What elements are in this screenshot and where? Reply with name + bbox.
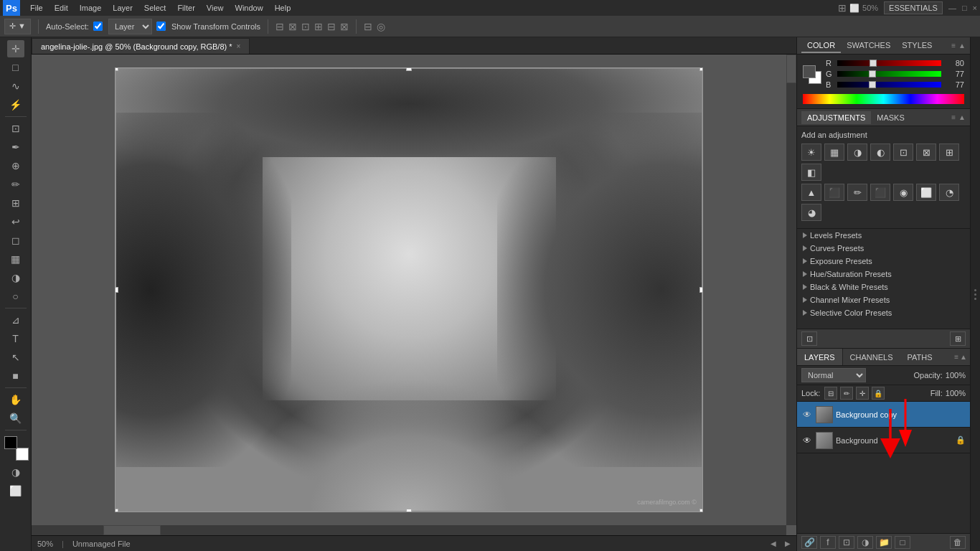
- adj-bottom-settings-btn[interactable]: ⊞: [950, 331, 966, 346]
- clone-stamp-tool[interactable]: ⊞: [7, 194, 24, 212]
- menu-file[interactable]: File: [24, 2, 49, 14]
- bw-adj-btn[interactable]: ◧: [801, 164, 821, 181]
- panel-menu-btn[interactable]: ≡: [951, 42, 956, 50]
- vibrance-adj-btn[interactable]: ⊡: [893, 143, 913, 161]
- lock-all-btn[interactable]: 🔒: [872, 387, 885, 400]
- layers-menu-btn[interactable]: ≡: [954, 353, 958, 361]
- tab-close-btn[interactable]: ×: [237, 42, 241, 50]
- fg-color-swatch[interactable]: [803, 65, 816, 78]
- layer-item-background[interactable]: 👁 Background 🔒: [797, 428, 970, 453]
- essentials-button[interactable]: ESSENTIALS: [884, 1, 943, 14]
- delete-layer-btn[interactable]: 🗑: [950, 536, 966, 549]
- scroll-left-btn[interactable]: ◀: [771, 540, 776, 547]
- transform-handle-tm[interactable]: [406, 67, 412, 71]
- move-tool[interactable]: ✛: [7, 40, 24, 57]
- preset-bw[interactable]: Black & White Presets: [797, 281, 970, 293]
- tab-adjustments[interactable]: ADJUSTMENTS: [801, 111, 871, 124]
- bridge-icon[interactable]: ⊞: [838, 2, 847, 14]
- marquee-tool[interactable]: □: [7, 59, 24, 76]
- hue-sat-adj-btn[interactable]: ⊠: [916, 143, 936, 161]
- g-slider-thumb[interactable]: [869, 70, 876, 77]
- minimize-btn[interactable]: —: [948, 4, 956, 12]
- dodge-tool[interactable]: ○: [7, 288, 24, 305]
- menu-image[interactable]: Image: [74, 2, 108, 14]
- heal-tool[interactable]: ⊕: [7, 157, 24, 174]
- add-mask-btn[interactable]: ⊡: [839, 536, 854, 549]
- horizontal-scrollbar[interactable]: [32, 525, 786, 535]
- preset-levels[interactable]: Levels Presets: [797, 229, 970, 242]
- align-center-h-icon[interactable]: ⊠: [288, 21, 297, 32]
- screen-mode-btn[interactable]: ⬜: [7, 482, 24, 499]
- new-layer-btn[interactable]: □: [895, 536, 910, 549]
- align-bottom-icon[interactable]: ⊠: [340, 21, 349, 32]
- menu-select[interactable]: Select: [138, 2, 172, 14]
- transform-handle-br[interactable]: [699, 509, 703, 512]
- add-style-btn[interactable]: f: [820, 536, 836, 549]
- hand-tool[interactable]: ✋: [7, 391, 24, 408]
- lock-position-btn[interactable]: ✛: [856, 387, 869, 400]
- menu-edit[interactable]: Edit: [49, 2, 74, 14]
- blend-mode-select[interactable]: Normal Multiply Screen: [801, 368, 866, 382]
- adj-bottom-view-btn[interactable]: ⊡: [801, 331, 817, 346]
- b-slider-track[interactable]: [837, 82, 941, 88]
- posterize-adj-btn[interactable]: ◉: [893, 184, 913, 201]
- menu-view[interactable]: View: [201, 2, 230, 14]
- tab-paths[interactable]: PATHS: [900, 349, 940, 365]
- menu-layer[interactable]: Layer: [107, 2, 138, 14]
- g-slider-track[interactable]: [837, 71, 941, 77]
- exposure-adj-btn[interactable]: ◐: [870, 143, 890, 161]
- curves-adj-btn[interactable]: ◑: [847, 143, 867, 161]
- threshold-adj-btn[interactable]: ⬜: [916, 184, 936, 201]
- align-left-icon[interactable]: ⊟: [275, 21, 284, 32]
- shape-tool[interactable]: ■: [7, 367, 24, 385]
- r-slider-thumb[interactable]: [870, 60, 877, 67]
- distribute-icon[interactable]: ⊟: [364, 21, 372, 32]
- lock-transparent-btn[interactable]: ⊟: [824, 387, 837, 400]
- lock-image-btn[interactable]: ✏: [840, 387, 853, 400]
- path-select-tool[interactable]: ↖: [7, 349, 24, 366]
- color-boxes[interactable]: [4, 436, 27, 459]
- brightness-adj-btn[interactable]: ☀: [801, 143, 821, 161]
- transform-handle-tl[interactable]: [115, 67, 118, 71]
- layer-eye-background-copy[interactable]: 👁: [801, 410, 813, 420]
- tab-channels[interactable]: CHANNELS: [843, 349, 900, 365]
- brush-tool[interactable]: ✏: [7, 176, 24, 193]
- channel-mixer-adj-btn[interactable]: ⬛: [824, 184, 844, 201]
- r-slider-track[interactable]: [837, 60, 941, 66]
- foreground-color-box[interactable]: [4, 436, 17, 449]
- move-tool-btn[interactable]: ✛ ▼: [4, 19, 31, 34]
- align-top-icon[interactable]: ⊞: [314, 21, 323, 32]
- screen-mode-icon[interactable]: ⬜: [849, 4, 859, 13]
- crop-tool[interactable]: ⊡: [7, 120, 24, 137]
- align-right-icon[interactable]: ⊡: [301, 21, 310, 32]
- adj-collapse-btn[interactable]: ▲: [958, 113, 966, 121]
- close-btn[interactable]: ×: [973, 4, 977, 12]
- auto-align-icon[interactable]: ◎: [377, 21, 385, 32]
- layer-select[interactable]: Layer Group: [108, 19, 152, 34]
- tab-masks[interactable]: MASKS: [871, 111, 910, 124]
- link-layers-btn[interactable]: 🔗: [801, 536, 817, 549]
- gradient-map-adj-btn[interactable]: ◔: [939, 184, 959, 201]
- align-center-v-icon[interactable]: ⊟: [327, 21, 336, 32]
- scroll-right-btn[interactable]: ▶: [785, 540, 791, 547]
- pen-tool[interactable]: ⊿: [7, 311, 24, 329]
- eraser-tool[interactable]: ◻: [7, 232, 24, 249]
- background-color-box[interactable]: [16, 448, 29, 461]
- menu-window[interactable]: Window: [230, 2, 269, 14]
- menu-help[interactable]: Help: [269, 2, 297, 14]
- transform-handle-tr[interactable]: [699, 67, 703, 71]
- selective-color-adj-btn[interactable]: ◕: [801, 204, 821, 221]
- vertical-scrollbar[interactable]: [786, 55, 796, 525]
- tab-swatches[interactable]: SWATCHES: [841, 39, 896, 53]
- eyedropper-tool[interactable]: ✒: [7, 138, 24, 156]
- show-transform-checkbox[interactable]: [156, 22, 166, 31]
- transform-handle-ml[interactable]: [115, 287, 118, 293]
- preset-curves[interactable]: Curves Presets: [797, 242, 970, 255]
- right-collapse-btn[interactable]: [970, 37, 980, 551]
- layer-item-background-copy[interactable]: 👁 Background copy: [797, 402, 970, 428]
- zoom-tool[interactable]: 🔍: [7, 410, 24, 427]
- layer-eye-background[interactable]: 👁: [801, 435, 813, 446]
- gradient-tool[interactable]: ▦: [7, 250, 24, 268]
- layers-collapse-btn[interactable]: ▲: [960, 353, 967, 361]
- scrollbar-thumb-h[interactable]: [103, 525, 161, 535]
